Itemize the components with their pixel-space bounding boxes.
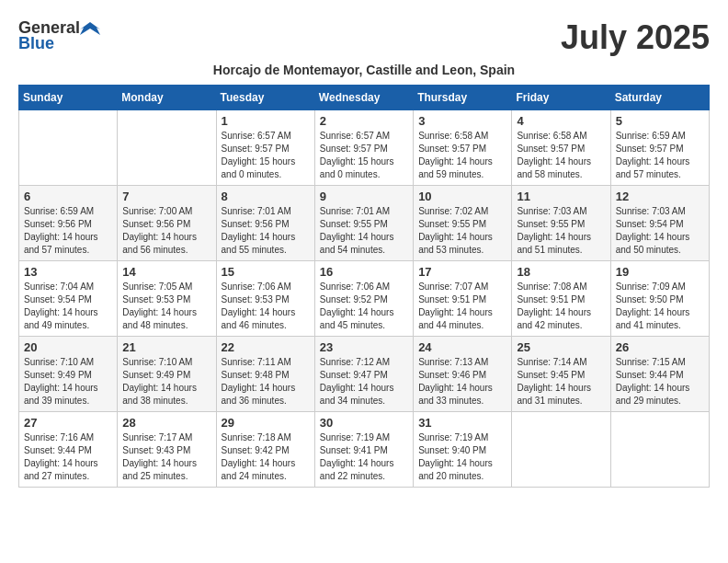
column-header-friday: Friday	[512, 86, 610, 110]
day-number: 5	[616, 114, 704, 128]
calendar-cell: 17Sunrise: 7:07 AMSunset: 9:51 PMDayligh…	[414, 261, 512, 337]
calendar-cell: 25Sunrise: 7:14 AMSunset: 9:45 PMDayligh…	[512, 337, 610, 412]
calendar-cell: 8Sunrise: 7:01 AMSunset: 9:56 PMDaylight…	[216, 186, 314, 261]
calendar-cell: 20Sunrise: 7:10 AMSunset: 9:49 PMDayligh…	[19, 337, 118, 412]
calendar-cell: 22Sunrise: 7:11 AMSunset: 9:48 PMDayligh…	[216, 337, 314, 412]
calendar-cell	[19, 110, 118, 186]
day-number: 21	[122, 340, 210, 354]
calendar-cell	[512, 412, 610, 488]
day-number: 18	[517, 265, 605, 279]
day-info: Sunrise: 7:01 AMSunset: 9:56 PMDaylight:…	[222, 205, 310, 257]
day-info: Sunrise: 6:59 AMSunset: 9:56 PMDaylight:…	[24, 205, 112, 257]
day-number: 2	[320, 114, 408, 128]
day-info: Sunrise: 7:19 AMSunset: 9:41 PMDaylight:…	[320, 431, 408, 483]
day-info: Sunrise: 7:15 AMSunset: 9:44 PMDaylight:…	[616, 356, 704, 408]
day-number: 3	[418, 114, 506, 128]
day-info: Sunrise: 7:03 AMSunset: 9:54 PMDaylight:…	[616, 205, 704, 257]
day-number: 27	[24, 416, 112, 430]
day-info: Sunrise: 7:01 AMSunset: 9:55 PMDaylight:…	[320, 205, 408, 257]
calendar-header-row: SundayMondayTuesdayWednesdayThursdayFrid…	[19, 86, 710, 110]
day-info: Sunrise: 7:10 AMSunset: 9:49 PMDaylight:…	[122, 356, 210, 408]
day-info: Sunrise: 7:12 AMSunset: 9:47 PMDaylight:…	[320, 356, 408, 408]
calendar-week-row: 13Sunrise: 7:04 AMSunset: 9:54 PMDayligh…	[19, 261, 710, 337]
calendar-cell: 29Sunrise: 7:18 AMSunset: 9:42 PMDayligh…	[216, 412, 314, 488]
day-number: 10	[418, 190, 506, 203]
day-info: Sunrise: 7:17 AMSunset: 9:43 PMDaylight:…	[122, 431, 210, 483]
day-number: 15	[222, 265, 310, 279]
day-info: Sunrise: 6:58 AMSunset: 9:57 PMDaylight:…	[418, 130, 506, 181]
calendar-cell: 9Sunrise: 7:01 AMSunset: 9:55 PMDaylight…	[314, 186, 413, 261]
logo: General Blue	[18, 18, 100, 53]
calendar-cell: 27Sunrise: 7:16 AMSunset: 9:44 PMDayligh…	[19, 412, 118, 488]
calendar-cell: 26Sunrise: 7:15 AMSunset: 9:44 PMDayligh…	[610, 337, 709, 412]
day-info: Sunrise: 7:04 AMSunset: 9:54 PMDaylight:…	[24, 281, 112, 332]
day-info: Sunrise: 7:05 AMSunset: 9:53 PMDaylight:…	[122, 281, 210, 332]
column-header-tuesday: Tuesday	[216, 86, 314, 110]
calendar-cell: 21Sunrise: 7:10 AMSunset: 9:49 PMDayligh…	[118, 337, 216, 412]
day-info: Sunrise: 7:11 AMSunset: 9:48 PMDaylight:…	[222, 356, 310, 408]
day-number: 7	[122, 190, 210, 203]
calendar-week-row: 1Sunrise: 6:57 AMSunset: 9:57 PMDaylight…	[19, 110, 710, 186]
day-number: 1	[222, 114, 310, 128]
calendar-cell: 24Sunrise: 7:13 AMSunset: 9:46 PMDayligh…	[414, 337, 512, 412]
day-info: Sunrise: 7:09 AMSunset: 9:50 PMDaylight:…	[616, 281, 704, 332]
day-info: Sunrise: 7:13 AMSunset: 9:46 PMDaylight:…	[418, 356, 506, 408]
column-header-thursday: Thursday	[414, 86, 512, 110]
calendar-cell: 30Sunrise: 7:19 AMSunset: 9:41 PMDayligh…	[314, 412, 413, 488]
calendar-cell: 14Sunrise: 7:05 AMSunset: 9:53 PMDayligh…	[118, 261, 216, 337]
day-info: Sunrise: 7:06 AMSunset: 9:53 PMDaylight:…	[222, 281, 310, 332]
day-number: 17	[418, 265, 506, 279]
day-info: Sunrise: 7:02 AMSunset: 9:55 PMDaylight:…	[418, 205, 506, 257]
calendar-week-row: 27Sunrise: 7:16 AMSunset: 9:44 PMDayligh…	[19, 412, 710, 488]
calendar-week-row: 6Sunrise: 6:59 AMSunset: 9:56 PMDaylight…	[19, 186, 710, 261]
day-info: Sunrise: 6:57 AMSunset: 9:57 PMDaylight:…	[222, 130, 310, 181]
calendar-cell: 4Sunrise: 6:58 AMSunset: 9:57 PMDaylight…	[512, 110, 610, 186]
day-number: 28	[122, 416, 210, 430]
column-header-wednesday: Wednesday	[314, 86, 413, 110]
calendar-cell: 5Sunrise: 6:59 AMSunset: 9:57 PMDaylight…	[610, 110, 709, 186]
column-header-sunday: Sunday	[19, 86, 118, 110]
day-number: 29	[222, 416, 310, 430]
day-info: Sunrise: 7:07 AMSunset: 9:51 PMDaylight:…	[418, 281, 506, 332]
calendar-week-row: 20Sunrise: 7:10 AMSunset: 9:49 PMDayligh…	[19, 337, 710, 412]
day-number: 16	[320, 265, 408, 279]
day-number: 31	[418, 416, 506, 430]
day-info: Sunrise: 7:18 AMSunset: 9:42 PMDaylight:…	[222, 431, 310, 483]
svg-marker-0	[80, 22, 100, 35]
calendar-cell: 10Sunrise: 7:02 AMSunset: 9:55 PMDayligh…	[414, 186, 512, 261]
day-info: Sunrise: 6:59 AMSunset: 9:57 PMDaylight:…	[616, 130, 704, 181]
day-info: Sunrise: 7:06 AMSunset: 9:52 PMDaylight:…	[320, 281, 408, 332]
day-info: Sunrise: 7:08 AMSunset: 9:51 PMDaylight:…	[517, 281, 605, 332]
calendar-cell: 12Sunrise: 7:03 AMSunset: 9:54 PMDayligh…	[610, 186, 709, 261]
day-info: Sunrise: 7:19 AMSunset: 9:40 PMDaylight:…	[418, 431, 506, 483]
day-number: 8	[222, 190, 310, 203]
day-number: 23	[320, 340, 408, 354]
calendar-cell: 16Sunrise: 7:06 AMSunset: 9:52 PMDayligh…	[314, 261, 413, 337]
day-number: 9	[320, 190, 408, 203]
calendar-cell: 7Sunrise: 7:00 AMSunset: 9:56 PMDaylight…	[118, 186, 216, 261]
day-number: 6	[24, 190, 112, 203]
calendar-cell: 31Sunrise: 7:19 AMSunset: 9:40 PMDayligh…	[414, 412, 512, 488]
day-number: 19	[616, 265, 704, 279]
calendar-cell: 23Sunrise: 7:12 AMSunset: 9:47 PMDayligh…	[314, 337, 413, 412]
page-header: General Blue July 2025	[18, 18, 710, 57]
day-info: Sunrise: 7:03 AMSunset: 9:55 PMDaylight:…	[517, 205, 605, 257]
calendar-cell	[610, 412, 709, 488]
calendar-table: SundayMondayTuesdayWednesdayThursdayFrid…	[18, 85, 710, 488]
column-header-monday: Monday	[118, 86, 216, 110]
calendar-cell: 3Sunrise: 6:58 AMSunset: 9:57 PMDaylight…	[414, 110, 512, 186]
calendar-cell: 6Sunrise: 6:59 AMSunset: 9:56 PMDaylight…	[19, 186, 118, 261]
month-title: July 2025	[561, 18, 710, 57]
calendar-subtitle: Horcajo de Montemayor, Castille and Leon…	[18, 63, 710, 77]
calendar-cell: 2Sunrise: 6:57 AMSunset: 9:57 PMDaylight…	[314, 110, 413, 186]
day-number: 20	[24, 340, 112, 354]
column-header-saturday: Saturday	[610, 86, 709, 110]
day-number: 12	[616, 190, 704, 203]
day-info: Sunrise: 7:16 AMSunset: 9:44 PMDaylight:…	[24, 431, 112, 483]
day-number: 25	[517, 340, 605, 354]
calendar-cell: 11Sunrise: 7:03 AMSunset: 9:55 PMDayligh…	[512, 186, 610, 261]
day-info: Sunrise: 6:57 AMSunset: 9:57 PMDaylight:…	[320, 130, 408, 181]
day-number: 30	[320, 416, 408, 430]
calendar-cell: 1Sunrise: 6:57 AMSunset: 9:57 PMDaylight…	[216, 110, 314, 186]
day-number: 13	[24, 265, 112, 279]
